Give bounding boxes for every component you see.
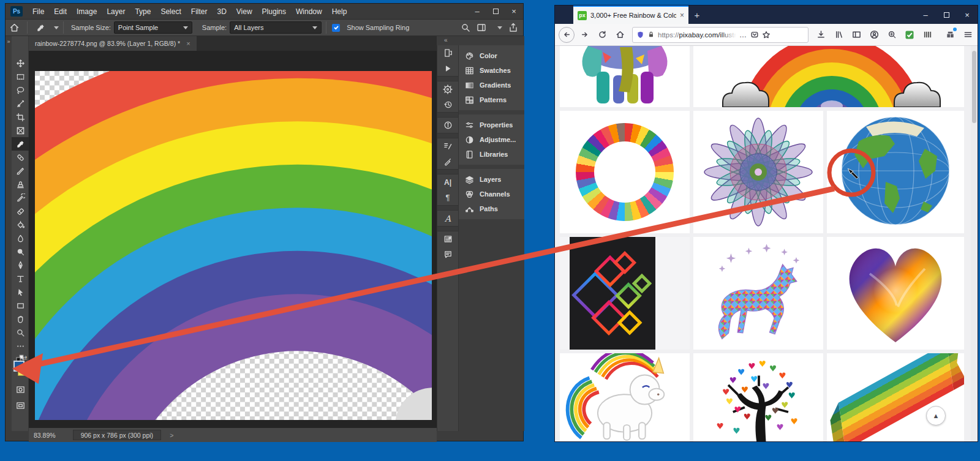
history-icon[interactable] bbox=[437, 97, 458, 112]
url-text[interactable]: https://pixabay.com/illustr bbox=[658, 31, 736, 39]
sampling-ring-checkbox[interactable] bbox=[332, 24, 340, 32]
panel-tab-swatches[interactable]: Swatches bbox=[459, 63, 524, 78]
object-selection-tool[interactable] bbox=[12, 97, 29, 110]
notes-icon[interactable] bbox=[437, 247, 458, 262]
move-tool[interactable] bbox=[12, 56, 29, 70]
menu-help[interactable]: Help bbox=[327, 7, 352, 16]
glyphs-panel-icon[interactable]: A bbox=[437, 211, 458, 226]
crop-tool[interactable] bbox=[12, 110, 29, 124]
extension-gift-icon[interactable] bbox=[942, 27, 958, 43]
eraser-tool[interactable] bbox=[12, 204, 29, 218]
ps-close-button[interactable]: × bbox=[505, 4, 523, 19]
quick-mask-icon[interactable] bbox=[12, 383, 29, 396]
canvas-area[interactable] bbox=[29, 51, 437, 428]
type-tool[interactable] bbox=[12, 272, 29, 285]
actions-icon[interactable] bbox=[437, 61, 458, 76]
menu-view[interactable]: View bbox=[232, 7, 257, 16]
image-tile-mosaic-unicorn[interactable] bbox=[693, 237, 823, 350]
image-tile-rainbow-with-clouds[interactable] bbox=[693, 46, 964, 107]
ps-minimize-button[interactable]: – bbox=[468, 4, 486, 19]
panel-tab-adjustments[interactable]: Adjustme... bbox=[459, 132, 524, 147]
library-icon[interactable] bbox=[831, 27, 846, 43]
tab-close-icon[interactable]: × bbox=[680, 11, 684, 20]
sidebar-icon[interactable] bbox=[848, 27, 864, 43]
paint-bucket-tool[interactable] bbox=[12, 218, 29, 231]
character-styles-icon[interactable] bbox=[437, 231, 458, 247]
status-more-icon[interactable]: > bbox=[170, 432, 173, 439]
lasso-tool[interactable] bbox=[12, 83, 29, 97]
eyedropper-tool[interactable] bbox=[12, 137, 29, 151]
menu-edit[interactable]: Edit bbox=[49, 7, 72, 16]
menu-3d[interactable]: 3D bbox=[212, 7, 231, 16]
account-icon[interactable] bbox=[866, 27, 882, 43]
version-history-icon[interactable] bbox=[437, 45, 458, 61]
paragraph-panel-icon[interactable]: ¶ bbox=[437, 190, 458, 205]
chevron-down-icon[interactable] bbox=[54, 26, 59, 29]
zoom-tool[interactable] bbox=[12, 326, 29, 339]
browser-tab[interactable]: px 3,000+ Free Rainbow & Colorfu × bbox=[573, 6, 688, 24]
ps-maximize-button[interactable] bbox=[486, 4, 505, 19]
brush-settings-icon[interactable] bbox=[437, 138, 458, 154]
new-tab-button[interactable]: + bbox=[688, 6, 706, 24]
more-tools-icon[interactable] bbox=[12, 339, 29, 353]
menu-file[interactable]: File bbox=[28, 7, 49, 16]
menu-window[interactable]: Window bbox=[291, 7, 327, 16]
home-icon[interactable] bbox=[6, 21, 23, 34]
brushes-icon[interactable] bbox=[437, 154, 458, 169]
ff-close-button[interactable]: × bbox=[957, 6, 978, 24]
eyedropper-preset-icon[interactable] bbox=[32, 21, 49, 34]
panel-tab-gradients[interactable]: Gradients bbox=[459, 78, 524, 92]
hand-tool[interactable] bbox=[12, 312, 29, 326]
chevron-down-icon[interactable] bbox=[497, 26, 502, 29]
clone-stamp-tool[interactable] bbox=[12, 178, 29, 191]
bookmark-star-icon[interactable] bbox=[762, 31, 771, 39]
pen-tool[interactable] bbox=[12, 258, 29, 272]
dock-collapse-icon[interactable]: « bbox=[437, 36, 524, 45]
menu-filter[interactable]: Filter bbox=[186, 7, 213, 16]
blur-tool[interactable] bbox=[12, 231, 29, 245]
sample-select[interactable]: All Layers bbox=[230, 21, 322, 34]
shape-tool[interactable] bbox=[12, 299, 29, 312]
menu-plugins[interactable]: Plugins bbox=[257, 7, 291, 16]
dodge-tool[interactable] bbox=[12, 245, 29, 258]
document-tab[interactable]: rainbow-2278774.png @ 83.9% (Layer 1, RG… bbox=[29, 36, 197, 51]
image-tile-cartoon-unicorn[interactable] bbox=[560, 353, 690, 441]
panel-tab-channels[interactable]: Channels bbox=[459, 187, 524, 201]
search-extension-icon[interactable] bbox=[884, 27, 900, 43]
menu-select[interactable]: Select bbox=[156, 7, 186, 16]
image-tile-colored-pencils-circle[interactable] bbox=[560, 111, 690, 233]
image-tile-prismatic-mandala[interactable] bbox=[693, 111, 823, 233]
brush-tool[interactable] bbox=[12, 164, 29, 178]
foreground-color-swatch[interactable] bbox=[13, 361, 24, 372]
scroll-top-button[interactable]: ▲ bbox=[926, 406, 946, 425]
panel-tab-properties[interactable]: Properties bbox=[459, 118, 524, 132]
image-tile-silk-heart[interactable] bbox=[827, 237, 964, 350]
ff-maximize-button[interactable] bbox=[936, 6, 957, 24]
rainbow-image[interactable] bbox=[35, 71, 432, 420]
sample-size-select[interactable]: Point Sample bbox=[114, 21, 192, 34]
image-tile-colorful-elephant[interactable] bbox=[560, 46, 690, 107]
scrollbar-thumb[interactable] bbox=[972, 51, 976, 123]
menu-layer[interactable]: Layer bbox=[102, 7, 130, 16]
home-button[interactable] bbox=[612, 27, 628, 43]
image-tile-neon-diamonds[interactable] bbox=[560, 237, 690, 350]
menu-image[interactable]: Image bbox=[72, 7, 102, 16]
download-icon[interactable] bbox=[813, 27, 829, 43]
menu-type[interactable]: Type bbox=[130, 7, 156, 16]
url-bar[interactable]: https://pixabay.com/illustr … bbox=[632, 27, 809, 43]
path-selection-tool[interactable] bbox=[12, 285, 29, 299]
reload-button[interactable] bbox=[594, 27, 610, 43]
marquee-tool[interactable] bbox=[12, 70, 29, 83]
pocket-icon[interactable] bbox=[750, 31, 759, 39]
toolbar-expand-rail[interactable]: » bbox=[6, 36, 12, 431]
tracking-shield-icon[interactable] bbox=[636, 31, 644, 39]
document-close-icon[interactable]: × bbox=[186, 40, 190, 47]
panel-tab-paths[interactable]: Paths bbox=[459, 201, 524, 216]
page-actions-icon[interactable]: … bbox=[739, 31, 747, 39]
share-icon[interactable] bbox=[508, 23, 518, 32]
browser-scrollbar[interactable] bbox=[971, 46, 978, 441]
info-icon[interactable] bbox=[437, 118, 458, 133]
checkbox-extension-icon[interactable] bbox=[902, 27, 918, 43]
zoom-level[interactable]: 83.89% bbox=[34, 432, 56, 439]
panel-tab-patterns[interactable]: Patterns bbox=[459, 92, 524, 107]
